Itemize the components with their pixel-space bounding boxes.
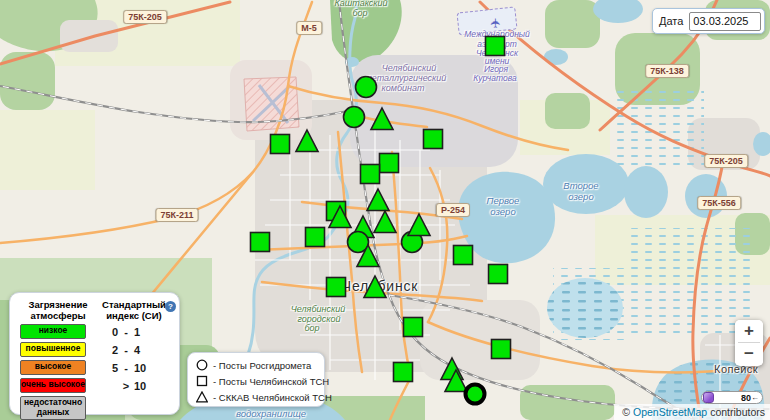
legend-row-low: низкое 0-1 xyxy=(20,324,179,339)
opacity-slider[interactable]: 80 ← xyxy=(701,391,763,404)
pollution-legend-panel: Загрязнение атмосферы Стандартный индекс… xyxy=(9,292,180,415)
range-to: 4 xyxy=(134,344,152,356)
station-marker-square[interactable] xyxy=(484,260,512,288)
station-marker-triangle[interactable] xyxy=(368,105,396,133)
map-attribution: © OpenStreetMap contributors xyxy=(614,404,770,420)
station-marker-triangle[interactable] xyxy=(405,211,433,239)
legend-row-very-high: очень высокое >10 xyxy=(20,378,179,393)
station-marker-square[interactable] xyxy=(322,273,350,301)
marker-legend-label: - Посты Челябинской ТСН xyxy=(213,376,329,387)
range-mid: - xyxy=(118,344,134,356)
station-marker-square[interactable] xyxy=(389,358,417,386)
legend-col2-text: Стандартный индекс (СИ) xyxy=(102,299,166,321)
slider-arrow-icon: ← xyxy=(751,393,759,402)
date-label: Дата xyxy=(659,15,683,27)
date-input[interactable] xyxy=(689,12,761,31)
range-to: 10 xyxy=(134,362,152,374)
marker-legend-tsn-posts: - Посты Челябинской ТСН xyxy=(196,375,318,387)
station-marker-circle-selected[interactable] xyxy=(461,380,489,408)
legend-chip-no-data: недостаточно данных xyxy=(20,396,86,420)
marker-legend-label: - Посты Росгидромета xyxy=(213,360,311,371)
station-marker-square[interactable] xyxy=(301,223,329,251)
legend-rows: низкое 0-1 повышенное 2-4 высокое 5-10 о… xyxy=(10,324,179,420)
osm-link[interactable]: OpenStreetMap xyxy=(633,406,707,418)
legend-chip-very-high: очень высокое xyxy=(20,378,86,393)
station-marker-triangle[interactable] xyxy=(361,273,389,301)
station-marker-square[interactable] xyxy=(487,335,515,363)
range-from: 5 xyxy=(102,362,118,374)
station-marker-square[interactable] xyxy=(419,125,447,153)
legend-header: Загрязнение атмосферы Стандартный индекс… xyxy=(10,298,179,324)
marker-legend-skkav: - СККАВ Челябинской ТСН xyxy=(196,391,318,403)
marker-legend-roshydromet: - Посты Росгидромета xyxy=(196,359,318,371)
station-marker-circle[interactable] xyxy=(340,103,368,131)
station-marker-triangle[interactable] xyxy=(293,127,321,155)
legend-chip-low: низкое xyxy=(20,324,86,339)
air-quality-map-app: КаштакскийборЧелябинскийметаллургический… xyxy=(0,0,770,420)
station-marker-square[interactable] xyxy=(356,160,384,188)
range-mid: - xyxy=(118,326,134,338)
zoom-control: + − xyxy=(735,320,763,366)
range-from: 0 xyxy=(102,326,118,338)
station-marker-square[interactable] xyxy=(399,313,427,341)
circle-icon xyxy=(196,359,208,371)
legend-row-high: высокое 5-10 xyxy=(20,360,179,375)
station-marker-square[interactable] xyxy=(449,241,477,269)
legend-row-elevated: повышенное 2-4 xyxy=(20,342,179,357)
range-to: 10 xyxy=(134,380,152,392)
range-mid: - xyxy=(118,362,134,374)
marker-legend-label: - СККАВ Челябинской ТСН xyxy=(213,392,332,403)
range-mid: > xyxy=(118,380,134,392)
legend-col2-header: Стандартный индекс (СИ) ? xyxy=(98,300,170,321)
legend-row-no-data: недостаточно данных xyxy=(20,396,179,420)
legend-chip-elevated: повышенное xyxy=(20,342,86,357)
station-marker-triangle[interactable] xyxy=(326,203,354,231)
date-panel: Дата xyxy=(652,8,765,34)
station-marker-square[interactable] xyxy=(266,130,294,158)
square-icon xyxy=(196,375,208,387)
station-marker-circle[interactable] xyxy=(352,73,380,101)
station-marker-triangle[interactable] xyxy=(354,242,382,270)
station-marker-square[interactable] xyxy=(246,228,274,256)
contributors-text: contributors xyxy=(710,406,765,418)
station-marker-square[interactable] xyxy=(481,32,509,60)
copyright-symbol: © xyxy=(622,406,630,418)
legend-chip-high: высокое xyxy=(20,360,86,375)
range-from: 2 xyxy=(102,344,118,356)
range-from xyxy=(102,380,118,392)
legend-col1-header: Загрязнение атмосферы xyxy=(18,300,98,321)
slider-value: 80 xyxy=(741,393,751,403)
info-icon[interactable]: ? xyxy=(165,301,176,312)
marker-types-legend-panel: - Посты Росгидромета - Посты Челябинской… xyxy=(187,352,325,407)
range-to: 1 xyxy=(134,326,152,338)
slider-thumb[interactable] xyxy=(703,392,714,403)
triangle-icon xyxy=(196,391,208,403)
zoom-out-button[interactable]: − xyxy=(735,343,763,365)
station-marker-triangle[interactable] xyxy=(371,208,399,236)
zoom-in-button[interactable]: + xyxy=(735,320,763,342)
